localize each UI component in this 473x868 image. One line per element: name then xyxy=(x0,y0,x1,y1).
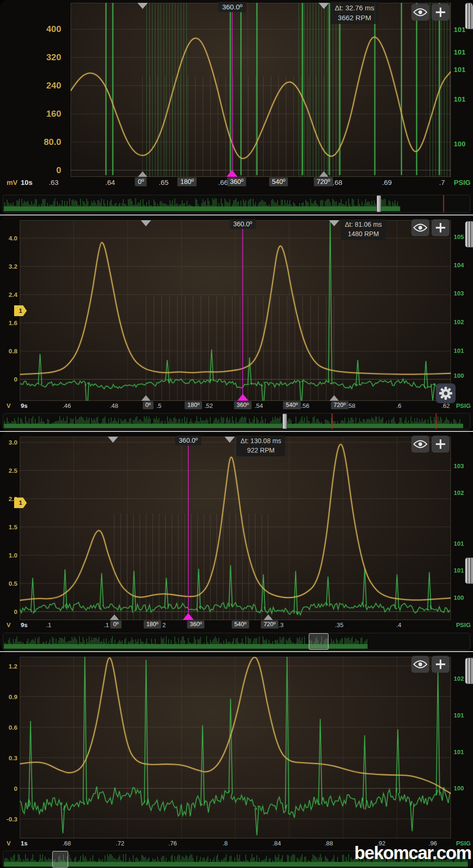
psig-axis-label: 100 xyxy=(454,785,464,792)
rotation-marker-top[interactable] xyxy=(137,3,148,9)
scrollbar-handle[interactable] xyxy=(309,633,329,650)
vertical-scroll-handle[interactable] xyxy=(465,557,473,584)
visibility-button[interactable] xyxy=(411,436,429,453)
visibility-button[interactable] xyxy=(411,656,429,673)
rotation-marker-top[interactable] xyxy=(224,437,235,443)
y-axis-label: 240 xyxy=(46,80,61,91)
rotation-marker-bottom[interactable] xyxy=(319,171,329,177)
waveform-plot[interactable] xyxy=(71,3,451,177)
cursor-degree-badge[interactable]: 360.0º xyxy=(175,436,201,446)
add-channel-button[interactable] xyxy=(432,4,449,21)
rpm-value: 3662 RPM xyxy=(335,13,374,23)
time-tick-label: 58 xyxy=(348,402,355,409)
time-tick-label: .4 xyxy=(396,621,401,629)
degree-marker-badge: 540º xyxy=(232,621,249,629)
time-tick-label: .84 xyxy=(273,840,281,847)
right-axis-unit: PSIG xyxy=(454,178,471,186)
waveform-plot[interactable] xyxy=(20,437,451,620)
left-axis-unit: mV xyxy=(7,178,17,186)
eye-icon xyxy=(413,439,427,449)
settings-button[interactable] xyxy=(436,383,456,403)
timeline-scrollbar[interactable] xyxy=(3,413,470,430)
y-axis-label: 0.3 xyxy=(8,754,17,761)
scope-panel-1: 40032024016080.00 101101101101100 360.0º… xyxy=(0,0,473,215)
vertical-scroll-handle[interactable] xyxy=(465,3,473,29)
psig-axis-label: 101 xyxy=(454,748,464,755)
scope-panel-4: 1.20.90.60.30-0.3 102101101100 V 1s PSIG… xyxy=(0,652,473,868)
psig-axis-label: 101 xyxy=(454,347,464,354)
timeline-scrollbar[interactable] xyxy=(3,633,470,650)
plus-icon xyxy=(434,658,447,670)
time-tick-label: .6 xyxy=(396,402,401,409)
degree-marker-badge: 360º xyxy=(227,177,246,186)
scrollbar-handle[interactable] xyxy=(377,195,381,212)
timeline-scrollbar[interactable] xyxy=(3,195,470,213)
plus-icon xyxy=(434,438,447,450)
rotation-marker-bottom[interactable] xyxy=(141,395,151,401)
timebase-label: 1s xyxy=(21,840,27,847)
rotation-marker-top[interactable] xyxy=(319,3,329,9)
timebase-label: 10s xyxy=(21,178,32,186)
time-tick-label: .5 xyxy=(156,402,161,409)
rotation-marker-top[interactable] xyxy=(108,437,118,443)
scrollbar-handle[interactable] xyxy=(282,414,287,429)
waveform-plot[interactable] xyxy=(20,220,451,401)
delta-time-badge: Δt: 81.06 ms 1480 RPM xyxy=(341,219,386,240)
y-axis-label: 0 xyxy=(14,376,17,383)
waveform-svg xyxy=(71,3,451,177)
pressure-trace xyxy=(71,37,451,159)
y-axis-label: -0.3 xyxy=(7,815,17,822)
cursor-marker-bottom[interactable] xyxy=(237,394,249,401)
y-axis-label: 3.0 xyxy=(8,439,17,446)
time-tick-label: .46 xyxy=(63,402,71,409)
add-channel-button[interactable] xyxy=(432,219,449,236)
time-tick-label: .1 xyxy=(104,621,109,629)
time-tick-label: .64 xyxy=(105,178,115,186)
add-channel-button[interactable] xyxy=(432,656,449,673)
rotation-marker-bottom[interactable] xyxy=(138,171,147,177)
rotation-marker-bottom[interactable] xyxy=(264,614,273,620)
cursor-degree-badge[interactable]: 360.0º xyxy=(229,219,256,229)
rotation-marker-top[interactable] xyxy=(329,220,339,226)
delta-time-badge: Δt: 130.08 ms 922 RPM xyxy=(236,436,285,456)
delta-time-value: Δt: 81.06 ms xyxy=(345,220,382,230)
rotation-marker-bottom[interactable] xyxy=(110,614,119,620)
time-tick-label: .72 xyxy=(116,840,124,847)
y-axis-label: 1.6 xyxy=(8,319,17,326)
y-axis-label: 0 xyxy=(56,165,61,175)
y-axis-label: 2.4 xyxy=(8,291,17,298)
y-axis-label: 160 xyxy=(46,109,61,119)
cursor-degree-badge[interactable]: 360.0º xyxy=(218,2,246,12)
psig-axis-label: 101 xyxy=(454,65,465,73)
gridlines xyxy=(71,3,451,177)
psig-axis-label: 101 xyxy=(454,25,465,33)
y-axis-label: 1.5 xyxy=(8,524,17,531)
degree-marker-badge: 180º xyxy=(184,401,202,409)
psig-axis-label: 100 xyxy=(454,372,464,379)
time-tick-label: .1 xyxy=(46,621,51,629)
y-axis-label: 1.2 xyxy=(8,662,17,669)
cursor-marker-bottom[interactable] xyxy=(183,613,194,620)
degree-marker-badge: 720º xyxy=(331,401,348,409)
time-tick-label: .68 xyxy=(333,178,343,186)
time-tick-label: .62 xyxy=(441,402,450,409)
x-axis-row: V 9s PSIG .1.12.3.35.40º180º360º540º720º xyxy=(0,620,473,631)
cursor-marker-bottom[interactable] xyxy=(226,170,238,177)
vertical-scroll-handle[interactable] xyxy=(465,658,473,684)
scrollbar-handle[interactable] xyxy=(52,851,68,868)
y-axis-label: 80.0 xyxy=(44,137,61,147)
visibility-button[interactable] xyxy=(411,4,429,21)
psig-axis-label: 101 xyxy=(454,566,464,573)
time-tick-label: .68 xyxy=(63,840,71,847)
visibility-button[interactable] xyxy=(411,219,429,236)
vertical-scroll-handle[interactable] xyxy=(465,221,473,247)
scope-panel-2: 4.03.22.41.60.80 105104103102101100 1 36… xyxy=(0,215,473,431)
psig-axis-label: 101 xyxy=(454,95,465,103)
y-axis-label: 1.0 xyxy=(8,552,17,559)
rotation-marker-bottom[interactable] xyxy=(329,395,339,401)
add-channel-button[interactable] xyxy=(432,436,449,453)
rotation-marker-top[interactable] xyxy=(141,220,151,226)
waveform-plot[interactable] xyxy=(20,657,451,838)
time-tick-label: .76 xyxy=(168,840,177,847)
psig-axis-label: 100 xyxy=(454,139,465,147)
